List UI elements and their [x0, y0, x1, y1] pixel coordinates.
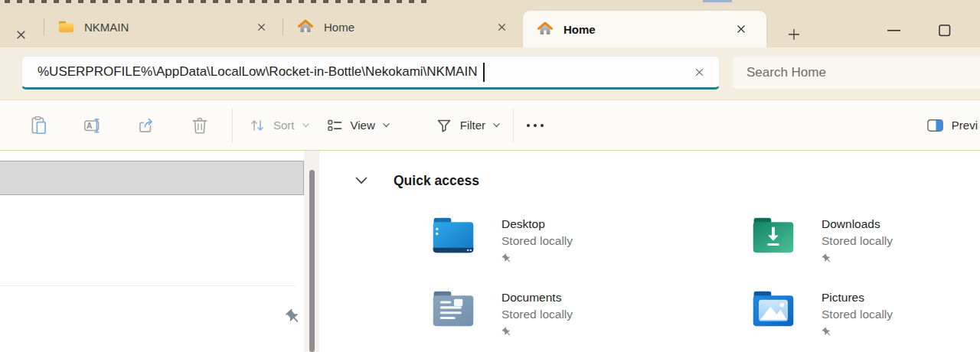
content-area: Quick access Desktop	[0, 151, 980, 352]
tab-nkmain[interactable]: NKMAIN	[44, 6, 282, 47]
paste-icon	[29, 116, 49, 135]
item-status: Stored locally	[822, 305, 893, 323]
filter-icon	[435, 116, 453, 135]
delete-button[interactable]	[182, 108, 217, 143]
documents-folder-icon	[431, 288, 475, 329]
item-status: Stored locally	[501, 232, 573, 249]
tab-label: NKMAIN	[84, 21, 251, 34]
navigation-pane	[0, 151, 304, 352]
item-text: Desktop Stored locally	[501, 215, 573, 267]
view-dropdown[interactable]: View	[318, 109, 398, 142]
vertical-scrollbar[interactable]	[304, 151, 319, 352]
home-icon	[296, 18, 315, 36]
toolbar-separator	[232, 109, 233, 142]
maximize-button[interactable]	[927, 15, 962, 46]
address-bar-input[interactable]: %USERPROFILE%\AppData\LocalLow\Rocket-in…	[21, 56, 720, 90]
tab-close-button[interactable]	[251, 17, 271, 37]
clipped-tab-close-button[interactable]	[11, 24, 31, 44]
tab-bar: NKMAIN Home Hom	[0, 6, 980, 47]
quick-access-item-documents[interactable]: Documents Stored locally	[431, 288, 751, 341]
chevron-down-icon	[382, 121, 390, 129]
new-tab-button[interactable]	[782, 23, 805, 46]
preview-pane-icon	[926, 118, 944, 133]
toolbar-separator	[513, 109, 514, 142]
item-text: Documents Stored locally	[501, 288, 573, 341]
sort-icon	[248, 116, 266, 135]
item-status: Stored locally	[822, 232, 893, 249]
search-input[interactable]	[732, 56, 980, 90]
section-title: Quick access	[394, 173, 479, 189]
home-icon	[536, 20, 554, 38]
tab-home-1[interactable]: Home	[283, 6, 522, 47]
folder-icon	[57, 19, 75, 34]
minimize-icon	[887, 29, 900, 32]
tab-label: Home	[564, 23, 731, 36]
scrollbar-thumb[interactable]	[309, 170, 315, 352]
files-pane: Quick access Desktop	[319, 151, 980, 352]
pictures-folder-icon	[751, 288, 795, 329]
preview-label: Previ	[952, 119, 978, 132]
filter-dropdown[interactable]: Filter	[427, 109, 508, 142]
tab-close-button[interactable]	[492, 17, 511, 37]
quick-access-item-desktop[interactable]: Desktop Stored locally	[431, 215, 751, 267]
svg-text:A: A	[87, 122, 93, 130]
close-icon	[256, 21, 267, 33]
item-text: Pictures Stored locally	[822, 288, 893, 341]
item-name: Downloads	[822, 216, 893, 232]
tab-home-2-active[interactable]: Home	[523, 11, 766, 47]
item-text: Downloads Stored locally	[822, 215, 893, 267]
command-toolbar: A Sort	[0, 99, 980, 151]
share-icon	[136, 116, 156, 135]
plus-icon	[787, 28, 801, 41]
tab-close-button[interactable]	[731, 19, 751, 39]
pushpin-icon	[285, 308, 302, 325]
navigation-selected-item[interactable]	[0, 161, 304, 195]
view-label: View	[351, 119, 375, 132]
close-icon	[15, 28, 28, 41]
pushpin-icon	[822, 327, 832, 337]
address-row: %USERPROFILE%\AppData\LocalLow\Rocket-in…	[0, 47, 980, 99]
quick-access-item-pictures[interactable]: Pictures Stored locally	[751, 288, 893, 341]
pushpin-icon	[501, 327, 512, 337]
item-name: Pictures	[822, 289, 893, 305]
desktop-folder-icon	[431, 215, 475, 256]
more-options-button[interactable]	[520, 110, 550, 141]
rename-button[interactable]: A	[75, 108, 110, 143]
minimize-button[interactable]	[876, 15, 911, 46]
sort-dropdown[interactable]: Sort	[240, 109, 318, 142]
close-icon	[496, 21, 508, 33]
chevron-down-icon	[492, 121, 501, 129]
close-icon	[735, 23, 747, 35]
sort-label: Sort	[273, 119, 295, 132]
pushpin-icon	[501, 253, 512, 264]
item-status: Stored locally	[501, 305, 573, 323]
cropped-blue-mark	[703, 0, 732, 2]
item-name: Documents	[501, 289, 573, 305]
navigation-divider	[0, 285, 296, 286]
rename-icon: A	[83, 116, 103, 135]
cropped-text-marks	[5, 0, 427, 3]
maximize-icon	[939, 24, 951, 37]
paste-button[interactable]	[21, 108, 57, 143]
address-path-text: %USERPROFILE%\AppData\LocalLow\Rocket-in…	[38, 64, 477, 80]
more-options-icon	[525, 122, 545, 129]
cropped-overflow-strip	[0, 0, 980, 6]
filter-label: Filter	[460, 119, 485, 132]
file-explorer-window: NKMAIN Home Hom	[0, 0, 980, 352]
clear-icon	[694, 67, 705, 78]
quick-access-item-downloads[interactable]: Downloads Stored locally	[751, 215, 893, 267]
chevron-down-icon[interactable]	[354, 173, 369, 188]
tab-label: Home	[324, 21, 492, 34]
chevron-down-icon	[302, 121, 310, 129]
text-caret	[483, 63, 485, 82]
preview-button[interactable]: Previ	[926, 118, 978, 133]
item-name: Desktop	[501, 216, 573, 232]
share-button[interactable]	[129, 108, 164, 143]
downloads-folder-icon	[751, 215, 795, 256]
view-icon	[325, 116, 344, 135]
pushpin-icon	[822, 253, 832, 264]
quick-access-header: Quick access	[354, 169, 479, 192]
delete-icon	[190, 116, 210, 135]
address-clear-button[interactable]	[688, 61, 710, 83]
quick-access-grid: Desktop Stored locally Downloads	[431, 215, 893, 341]
